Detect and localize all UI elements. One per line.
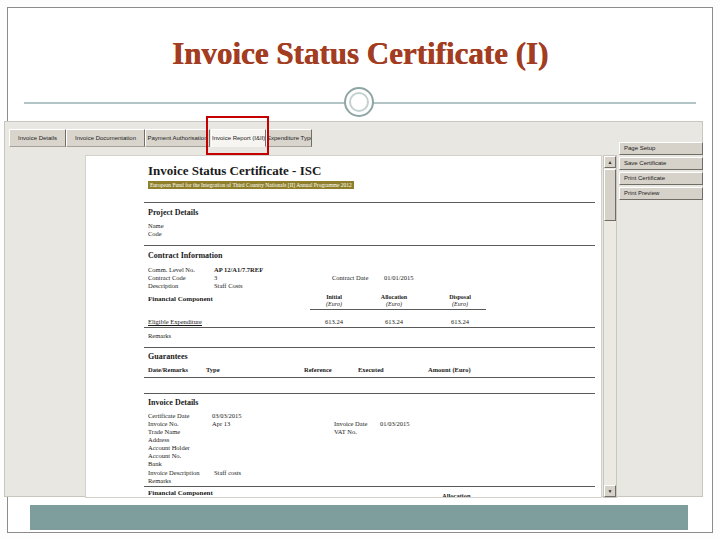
guarantees-heading: Guarantees <box>148 353 188 362</box>
financial-component-label: Financial Component <box>148 296 213 304</box>
comm-level-label: Comm. Level No. <box>148 266 195 273</box>
table-rule <box>144 327 595 328</box>
certificate-date-label: Certificate Date <box>148 412 189 419</box>
section-rule <box>144 202 595 203</box>
column-header-rule <box>310 309 486 310</box>
column-disposal-unit: (Euro) <box>438 301 482 308</box>
eligible-disposal-value: 613.24 <box>438 318 482 325</box>
column-allocation-unit: (Euro) <box>372 301 416 308</box>
save-certificate-button[interactable]: Save Certificate <box>619 157 703 170</box>
invoice-description-value: Staff costs <box>214 469 241 476</box>
report-actions-panel: Page Setup Save Certificate Print Certif… <box>619 142 703 202</box>
contract-information-heading: Contract Information <box>148 252 222 261</box>
circle-ornament <box>344 87 374 117</box>
project-details-heading: Project Details <box>148 209 198 218</box>
invoice-date-value: 01/03/2015 <box>380 420 410 427</box>
contract-date-value: 01/01/2015 <box>384 274 414 281</box>
address-label: Address <box>148 436 169 443</box>
section-rule <box>144 245 595 246</box>
tab-expenditure-type[interactable]: Expenditure Type <box>266 129 312 147</box>
eligible-initial-value: 613.24 <box>312 318 356 325</box>
description-value: Staff Costs <box>214 282 243 289</box>
invoice-remarks-label: Remarks <box>148 477 171 484</box>
table-rule <box>144 377 595 378</box>
print-preview-button[interactable]: Print Preview <box>619 187 703 200</box>
contract-date-label: Contract Date <box>332 274 368 281</box>
invoice-no-value: Apr 13 <box>212 420 230 427</box>
account-holder-label: Account Holder <box>148 444 190 451</box>
guarantees-col-reference: Reference <box>304 366 332 373</box>
column-disposal-title: Disposal <box>449 294 471 300</box>
column-initial: Initial (Euro) <box>312 294 356 308</box>
section-rule <box>144 347 595 348</box>
guarantees-col-type: Type <box>206 366 220 373</box>
account-no-label: Account No. <box>148 452 181 459</box>
slide-title: Invoice Status Certificate (I) <box>0 36 720 72</box>
vertical-scrollbar[interactable]: ▲ ▼ <box>603 155 617 498</box>
page-setup-button[interactable]: Page Setup <box>619 142 703 155</box>
invoice-date-label: Invoice Date <box>334 420 367 427</box>
invoice-financial-component-label: Financial Component <box>148 490 213 498</box>
invoice-no-label: Invoice No. <box>148 420 179 427</box>
scroll-up-button[interactable]: ▲ <box>604 156 616 168</box>
scroll-down-button[interactable]: ▼ <box>604 485 616 497</box>
invoice-description-label: Invoice Description <box>148 469 199 476</box>
certificate-date-value: 03/03/2015 <box>212 412 242 419</box>
print-certificate-button[interactable]: Print Certificate <box>619 172 703 185</box>
column-initial-unit: (Euro) <box>312 301 356 308</box>
column-allocation: Allocation (Euro) <box>372 294 416 308</box>
column-allocation-title: Allocation <box>381 294 407 300</box>
eligible-allocation-value: 613.24 <box>372 318 416 325</box>
vat-no-label: VAT No. <box>334 428 357 435</box>
column-initial-title: Initial <box>326 294 342 300</box>
guarantees-col-amount: Amount (Euro) <box>428 366 471 373</box>
certificate-document-page: Invoice Status Certificate - ISC Europea… <box>85 155 602 498</box>
trade-name-label: Trade Name <box>148 428 180 435</box>
tab-invoice-documentation[interactable]: Invoice Documentation <box>66 129 145 147</box>
app-screenshot: Invoice Details Invoice Documentation Pa… <box>4 121 703 497</box>
column-disposal: Disposal (Euro) <box>438 294 482 308</box>
project-name-label: Name <box>148 222 164 229</box>
red-highlight-box <box>206 116 269 155</box>
guarantees-col-date: Date/Remarks <box>148 366 188 373</box>
contract-code-value: 3 <box>214 274 217 281</box>
guarantees-col-executed: Executed <box>358 366 384 373</box>
contract-code-label: Contract Code <box>148 274 186 281</box>
section-rule <box>144 486 595 487</box>
doc-subtitle: European Fund for the Integration of Thi… <box>148 181 354 189</box>
contract-remarks-label: Remarks <box>148 332 171 339</box>
eligible-expenditure-label: Eligible Expenditure <box>148 318 202 325</box>
bank-label: Bank <box>148 460 162 467</box>
tab-payment-authorisation[interactable]: Payment Authorisation <box>145 129 210 147</box>
comm-level-value: AP 12/A1/7.7REF <box>214 266 263 273</box>
presentation-slide: Invoice Status Certificate (I) Invoice D… <box>0 0 720 540</box>
tab-invoice-details[interactable]: Invoice Details <box>9 129 66 147</box>
invoice-details-heading: Invoice Details <box>148 399 198 408</box>
project-code-label: Code <box>148 230 162 237</box>
scroll-thumb[interactable] <box>604 169 616 221</box>
doc-title: Invoice Status Certificate - ISC <box>148 164 321 178</box>
description-label: Description <box>148 282 178 289</box>
invoice-allocation-label: Allocation <box>442 492 471 498</box>
section-rule <box>144 393 595 394</box>
slide-footer-bar <box>30 505 688 530</box>
